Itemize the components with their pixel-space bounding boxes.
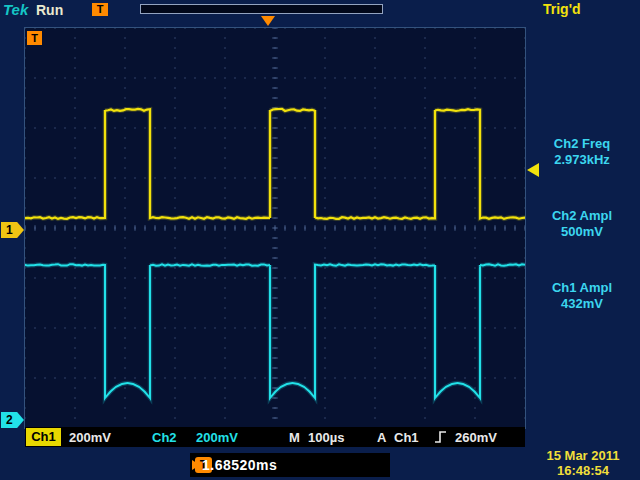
delay-arrow-icon bbox=[192, 460, 200, 470]
delay-readout: T 1.68520ms bbox=[190, 453, 390, 477]
ch1-scale: 200mV bbox=[69, 430, 111, 445]
ch1-trace bbox=[25, 109, 525, 219]
readout-ch2-ampl: Ch2 Ampl 500mV bbox=[526, 208, 638, 240]
date-time: 15 Mar 2011 16:48:54 bbox=[528, 448, 638, 478]
readout-label: Ch2 Ampl bbox=[526, 208, 638, 224]
readout-ch1-ampl: Ch1 Ampl 432mV bbox=[526, 280, 638, 312]
graticule bbox=[25, 28, 525, 428]
ch2-scale: 200mV bbox=[196, 430, 238, 445]
readout-label: Ch1 Ampl bbox=[526, 280, 638, 296]
trigger-level-value: 260mV bbox=[455, 430, 497, 445]
bottom-status-bar: Ch1 200mV Ch2 200mV M 100µs A Ch1 260mV bbox=[25, 427, 525, 447]
trigger-position-arrow-icon bbox=[261, 16, 275, 26]
timebase-value: 100µs bbox=[308, 430, 344, 445]
readout-value: 432mV bbox=[526, 296, 638, 312]
acquisition-status: Run bbox=[36, 2, 63, 18]
ch1-position-marker: 1 bbox=[1, 222, 24, 238]
ch2-position-marker: 2 bbox=[1, 412, 24, 428]
date-text: 15 Mar 2011 bbox=[528, 448, 638, 463]
readout-value: 2.973kHz bbox=[526, 152, 638, 168]
timebase-label: M bbox=[289, 430, 300, 445]
ch1-trace-glow bbox=[25, 109, 525, 219]
oscilloscope-display: Tek Run T Trig'd T 1 2 Ch2 Freq 2.973kHz… bbox=[0, 0, 640, 480]
ch1-badge: Ch1 bbox=[26, 428, 61, 446]
trigger-system-label: A bbox=[377, 430, 386, 445]
waveform-canvas bbox=[25, 28, 525, 428]
trigger-position-t-icon: T bbox=[92, 3, 108, 16]
delay-value: 1.68520ms bbox=[202, 457, 277, 473]
trigger-status: Trig'd bbox=[543, 1, 581, 17]
ch2-label: Ch2 bbox=[152, 430, 177, 445]
record-view-bar bbox=[140, 4, 383, 14]
trigger-point-t-icon: T bbox=[27, 31, 42, 45]
rising-edge-icon bbox=[434, 430, 447, 444]
tek-logo: Tek bbox=[3, 1, 28, 18]
trigger-source: Ch1 bbox=[394, 430, 419, 445]
readout-ch2-freq: Ch2 Freq 2.973kHz bbox=[526, 136, 638, 168]
readout-value: 500mV bbox=[526, 224, 638, 240]
center-axis-ticks bbox=[25, 28, 525, 428]
readout-label: Ch2 Freq bbox=[526, 136, 638, 152]
time-text: 16:48:54 bbox=[528, 463, 638, 478]
